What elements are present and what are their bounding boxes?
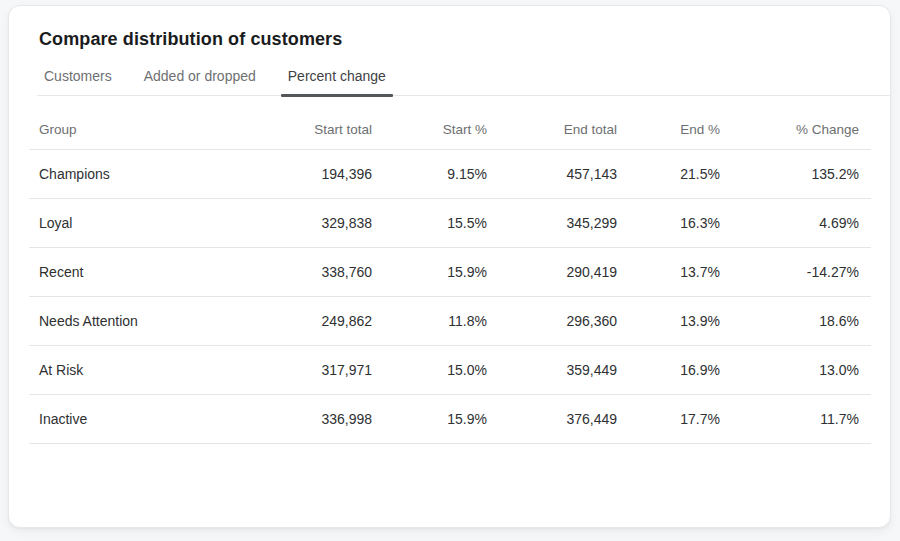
cell-end-total: 359,449 <box>499 346 629 395</box>
table-row: Loyal 329,838 15.5% 345,299 16.3% 4.69% <box>29 199 871 248</box>
cell-end-total: 457,143 <box>499 150 629 199</box>
cell-pct-change: 135.2% <box>732 150 871 199</box>
tab-customers[interactable]: Customers <box>37 60 119 96</box>
cell-group: At Risk <box>29 346 259 395</box>
page-title: Compare distribution of customers <box>39 29 860 50</box>
cell-pct-change: 4.69% <box>732 199 871 248</box>
cell-start-pct: 9.15% <box>384 150 499 199</box>
comparison-table-container: Group Start total Start % End total End … <box>29 120 869 444</box>
comparison-table: Group Start total Start % End total End … <box>29 120 871 444</box>
cell-group: Needs Attention <box>29 297 259 346</box>
table-row: Recent 338,760 15.9% 290,419 13.7% -14.2… <box>29 248 871 297</box>
cell-start-total: 317,971 <box>259 346 384 395</box>
table-row: At Risk 317,971 15.0% 359,449 16.9% 13.0… <box>29 346 871 395</box>
cell-pct-change: 18.6% <box>732 297 871 346</box>
cell-end-pct: 13.7% <box>629 248 732 297</box>
cell-end-pct: 16.3% <box>629 199 732 248</box>
table-row: Needs Attention 249,862 11.8% 296,360 13… <box>29 297 871 346</box>
cell-pct-change: 11.7% <box>732 395 871 444</box>
tab-percent-change[interactable]: Percent change <box>281 60 393 96</box>
compare-distribution-card: Compare distribution of customers Custom… <box>8 5 891 528</box>
cell-end-pct: 17.7% <box>629 395 732 444</box>
cell-end-total: 376,449 <box>499 395 629 444</box>
cell-pct-change: -14.27% <box>732 248 871 297</box>
column-header-group: Group <box>29 120 259 150</box>
cell-end-pct: 13.9% <box>629 297 732 346</box>
column-header-end-total: End total <box>499 120 629 150</box>
table-row: Champions 194,396 9.15% 457,143 21.5% 13… <box>29 150 871 199</box>
cell-start-pct: 11.8% <box>384 297 499 346</box>
table-row: Inactive 336,998 15.9% 376,449 17.7% 11.… <box>29 395 871 444</box>
cell-end-total: 290,419 <box>499 248 629 297</box>
column-header-start-pct: Start % <box>384 120 499 150</box>
cell-end-total: 296,360 <box>499 297 629 346</box>
cell-start-pct: 15.5% <box>384 199 499 248</box>
cell-end-total: 345,299 <box>499 199 629 248</box>
table-header-row: Group Start total Start % End total End … <box>29 120 871 150</box>
cell-start-pct: 15.9% <box>384 395 499 444</box>
column-header-end-pct: End % <box>629 120 732 150</box>
cell-pct-change: 13.0% <box>732 346 871 395</box>
cell-end-pct: 16.9% <box>629 346 732 395</box>
cell-start-pct: 15.0% <box>384 346 499 395</box>
cell-group: Inactive <box>29 395 259 444</box>
cell-end-pct: 21.5% <box>629 150 732 199</box>
column-header-pct-change: % Change <box>732 120 871 150</box>
tab-added-or-dropped[interactable]: Added or dropped <box>137 60 263 96</box>
cell-start-total: 338,760 <box>259 248 384 297</box>
cell-group: Champions <box>29 150 259 199</box>
cell-start-total: 336,998 <box>259 395 384 444</box>
cell-start-total: 249,862 <box>259 297 384 346</box>
cell-start-total: 329,838 <box>259 199 384 248</box>
column-header-start-total: Start total <box>259 120 384 150</box>
cell-group: Recent <box>29 248 259 297</box>
cell-group: Loyal <box>29 199 259 248</box>
cell-start-total: 194,396 <box>259 150 384 199</box>
tab-bar: Customers Added or dropped Percent chang… <box>37 60 890 96</box>
cell-start-pct: 15.9% <box>384 248 499 297</box>
